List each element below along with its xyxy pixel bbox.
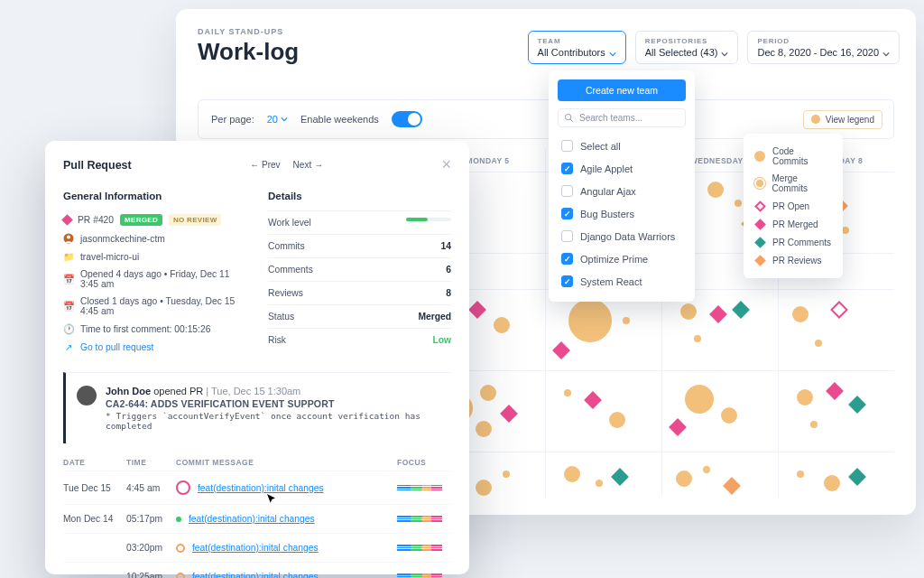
noreview-badge: NO REVIEW [169,214,221,226]
filter-team-value: All Contributors [538,47,616,58]
legend-label: Code Commits [772,146,832,166]
log-date: Mon Dec 14 [63,514,126,524]
user-icon [63,233,74,244]
double-circle-icon [756,180,763,187]
log-focus [397,573,451,578]
filter-repos-value: All Selected (43) [645,47,729,58]
chevron-down-icon [609,49,616,56]
filter-row: TEAM All Contributors REPOSITORIES All S… [528,31,900,64]
pr-goto-row[interactable]: ↗ Go to pull request [63,338,246,356]
pr-author-row: jasonmckechine-ctm [63,229,246,247]
checkbox[interactable] [561,185,573,197]
filter-period-label: PERIOD [757,37,890,45]
event-desc: * Triggers `accountVerifyEvent` once acc… [106,411,451,431]
pr-modal-title: Pull Request [63,159,132,172]
folder-icon: 📁 [63,251,74,262]
log-row[interactable]: 10:25am feat(destination):inital changes [63,562,451,578]
weekends-toggle[interactable] [392,111,422,127]
det-commits: Commits14 [268,234,451,257]
chevron-down-icon [281,114,288,121]
team-item[interactable]: Optimize Prime [549,247,695,270]
create-team-button[interactable]: Create new team [558,79,686,101]
calendar-icon: 📅 [63,301,74,312]
det-reviews: Reviews8 [268,281,451,304]
perpage-label: Per page: [211,114,254,125]
legend-popover: Code CommitsMerge CommitsPR OpenPR Merge… [744,134,843,278]
log-focus [397,545,451,551]
event-time: Tue, Dec 15 1:30am [211,386,300,396]
checkbox[interactable] [561,208,573,219]
team-search-input[interactable]: Search teams... [558,108,686,127]
pr-diamond-icon [61,214,73,226]
filter-team-label: TEAM [538,37,616,45]
team-dropdown: Create new team Search teams... Select a… [549,70,695,302]
det-comments: Comments6 [268,257,451,281]
legend-row: PR Merged [754,215,832,233]
log-row[interactable]: 03:20pm feat(destination):inital changes [63,533,451,562]
pr-id-row: PR #420 MERGED NO REVIEW [63,210,246,229]
pr-repo: travel-micro-ui [80,252,139,262]
prev-button[interactable]: ← Prev [250,160,281,170]
legend-label: PR Open [772,201,809,211]
team-item[interactable]: System React [549,270,695,293]
filter-team-text: All Contributors [538,47,605,58]
avatar [77,386,97,406]
general-info-section: General Information PR #420 MERGED NO RE… [63,191,246,356]
det-status: StatusMerged [268,304,451,328]
det-worklevel: Work level [268,210,451,234]
perpage-number: 20 [267,114,278,125]
legend-label: PR Comments [772,238,831,247]
pr-timefirst: Time to first comment: 00:15:26 [80,324,210,334]
close-icon[interactable]: × [441,155,451,174]
filter-period-text: Dec 8, 2020 - Dec 16, 2020 [757,47,879,58]
log-row[interactable]: Mon Dec 14 05:17pm feat(destination):ini… [63,504,451,533]
team-search-placeholder: Search teams... [579,113,642,123]
pr-header: Pull Request ← Prev Next → × [63,155,451,174]
team-item[interactable]: Bug Busters [549,202,695,225]
pr-closed: Closed 1 days ago • Tuesday, Dec 15 4:45… [80,296,246,316]
filter-team[interactable]: TEAM All Contributors [528,31,626,64]
log-focus [397,485,451,491]
commit-message-link[interactable]: feat(destination):inital changes [198,483,397,493]
event-action: opened PR [153,386,203,396]
checkbox[interactable] [561,275,573,287]
pr-opened: Opened 4 days ago • Friday, Dec 11 3:45 … [80,269,246,289]
log-header: DATE TIME COMMIT MESSAGE FOCUS [63,454,451,471]
legend-row: Code Commits [754,143,832,170]
team-item[interactable]: Agile Applet [549,157,695,180]
pr-repo-row: 📁 travel-micro-ui [63,247,246,266]
pr-opened-row: 📅 Opened 4 days ago • Friday, Dec 11 3:4… [63,266,246,293]
team-item-label: Angular Ajax [580,186,636,197]
timeline-dot-icon [176,573,185,579]
pr-nav: ← Prev Next → [250,160,323,170]
pr-id: PR #420 [78,215,114,225]
diamond-teal-icon [754,237,766,248]
worklevel-bar [406,218,451,221]
commit-message-link[interactable]: feat(destination):inital changes [192,572,397,578]
commit-message-link[interactable]: feat(destination):inital changes [192,543,397,553]
checkbox[interactable] [561,230,573,242]
log-row[interactable]: Tue Dec 15 4:45 am feat(destination):ini… [63,471,451,504]
filter-repos[interactable]: REPOSITORIES All Selected (43) [635,31,739,64]
team-item[interactable]: Select all [549,135,695,157]
next-button[interactable]: Next → [293,160,324,170]
checkbox[interactable] [561,163,573,174]
view-legend-button[interactable]: View legend [803,110,882,129]
legend-dot-icon [811,115,820,124]
general-info-title: General Information [63,191,246,201]
filter-repos-label: REPOSITORIES [645,37,729,45]
log-date: Tue Dec 15 [63,483,126,493]
checkbox[interactable] [561,140,573,152]
pr-author: jasonmckechine-ctm [80,234,165,244]
perpage-value[interactable]: 20 [267,114,288,125]
details-title: Details [268,191,451,201]
commit-message-link[interactable]: feat(destination):inital changes [189,514,397,524]
legend-row: PR Comments [754,233,832,251]
det-risk: RiskLow [268,328,451,351]
team-item[interactable]: Django Data Warriors [549,225,695,247]
svg-line-1 [570,119,573,122]
checkbox[interactable] [561,253,573,265]
team-item-label: Select all [580,141,621,152]
team-item[interactable]: Angular Ajax [549,180,695,202]
filter-period[interactable]: PERIOD Dec 8, 2020 - Dec 16, 2020 [747,31,900,64]
